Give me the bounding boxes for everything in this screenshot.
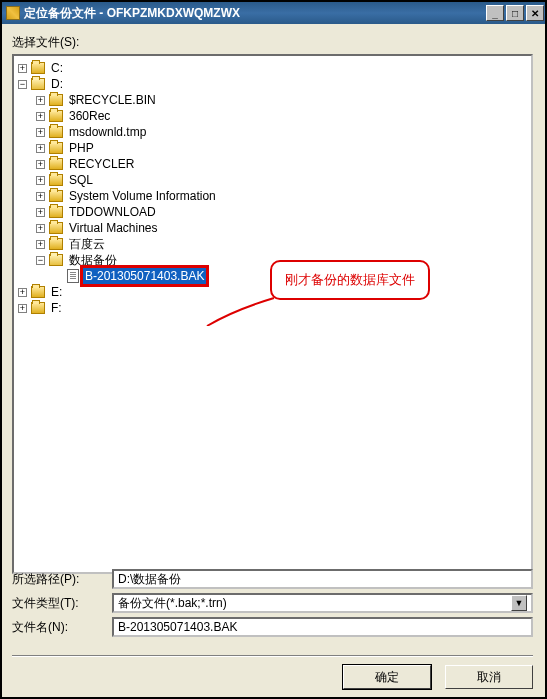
filename-label: 文件名(N):: [12, 619, 112, 636]
expand-icon[interactable]: +: [18, 304, 27, 313]
expand-icon[interactable]: +: [36, 176, 45, 185]
expand-icon[interactable]: +: [36, 144, 45, 153]
drive-label: F:: [49, 300, 64, 316]
folder-icon: [49, 142, 63, 154]
expand-icon[interactable]: +: [18, 64, 27, 73]
form-area: 所选路径(P): D:\数据备份 文件类型(T): 备份文件(*.bak;*.t…: [12, 565, 533, 655]
folder-label: 百度云: [67, 236, 107, 252]
folder-open-icon: [31, 78, 45, 90]
ok-button[interactable]: 确定: [343, 665, 431, 689]
folder-icon: [49, 126, 63, 138]
folder-sql[interactable]: +SQL: [36, 172, 529, 188]
minimize-button[interactable]: _: [486, 5, 504, 21]
collapse-icon[interactable]: −: [18, 80, 27, 89]
path-field[interactable]: D:\数据备份: [112, 569, 533, 589]
folder-icon: [49, 174, 63, 186]
file-icon: [67, 269, 79, 283]
folder-label: 360Rec: [67, 108, 112, 124]
ok-label: 确定: [375, 669, 399, 686]
folder-360rec[interactable]: +360Rec: [36, 108, 529, 124]
expand-icon[interactable]: +: [36, 224, 45, 233]
folder-icon: [49, 222, 63, 234]
folder-tddownload[interactable]: +TDDOWNLOAD: [36, 204, 529, 220]
drive-label: C:: [49, 60, 65, 76]
folder-icon: [31, 302, 45, 314]
folder-label: System Volume Information: [67, 188, 218, 204]
path-value: D:\数据备份: [118, 571, 181, 588]
window-buttons: _ □ ✕: [485, 4, 545, 22]
filetype-value: 备份文件(*.bak;*.trn): [118, 595, 227, 612]
folder-baiduyun[interactable]: +百度云: [36, 236, 529, 252]
folder-label: SQL: [67, 172, 95, 188]
button-bar: 确定 取消: [343, 665, 533, 689]
separator: [12, 655, 533, 657]
folder-icon: [49, 110, 63, 122]
content-area: 选择文件(S): + C: − D:: [2, 24, 545, 697]
folder-icon: [49, 206, 63, 218]
expand-icon[interactable]: +: [36, 128, 45, 137]
folder-label: $RECYCLE.BIN: [67, 92, 158, 108]
expand-icon[interactable]: +: [36, 208, 45, 217]
drive-label: D:: [49, 76, 65, 92]
folder-label: PHP: [67, 140, 96, 156]
path-label: 所选路径(P):: [12, 571, 112, 588]
expand-icon[interactable]: +: [36, 96, 45, 105]
chevron-down-icon[interactable]: ▼: [511, 595, 527, 611]
folder-icon: [49, 190, 63, 202]
folder-php[interactable]: +PHP: [36, 140, 529, 156]
folder-label: 数据备份: [67, 252, 119, 268]
close-button[interactable]: ✕: [526, 5, 544, 21]
collapse-icon[interactable]: −: [36, 256, 45, 265]
folder-recycler[interactable]: +RECYCLER: [36, 156, 529, 172]
filename-value: B-201305071403.BAK: [118, 620, 237, 634]
filetype-combo[interactable]: 备份文件(*.bak;*.trn) ▼: [112, 593, 533, 613]
file-label: B-201305071403.BAK: [83, 268, 206, 284]
folder-sysvol[interactable]: +System Volume Information: [36, 188, 529, 204]
spacer: [54, 272, 63, 281]
maximize-button[interactable]: □: [506, 5, 524, 21]
folder-label: Virtual Machines: [67, 220, 160, 236]
window-title: 定位备份文件 - OFKPZMKDXWQMZWX: [24, 5, 240, 22]
folder-recycle-bin[interactable]: +$RECYCLE.BIN: [36, 92, 529, 108]
folder-icon: [31, 62, 45, 74]
callout-text: 刚才备份的数据库文件: [285, 271, 415, 289]
filename-field[interactable]: B-201305071403.BAK: [112, 617, 533, 637]
folder-msdownld[interactable]: +msdownld.tmp: [36, 124, 529, 140]
expand-icon[interactable]: +: [36, 240, 45, 249]
folder-icon: [49, 238, 63, 250]
expand-icon[interactable]: +: [36, 160, 45, 169]
folder-icon: [49, 94, 63, 106]
drive-c[interactable]: + C:: [18, 60, 529, 76]
titlebar: 定位备份文件 - OFKPZMKDXWQMZWX _ □ ✕: [2, 2, 545, 24]
filetype-label: 文件类型(T):: [12, 595, 112, 612]
select-file-label: 选择文件(S):: [12, 34, 79, 51]
app-icon: [6, 6, 20, 20]
drive-d[interactable]: − D:: [18, 76, 529, 92]
cancel-label: 取消: [477, 669, 501, 686]
drive-f[interactable]: + F:: [18, 300, 529, 316]
folder-label: RECYCLER: [67, 156, 136, 172]
file-tree[interactable]: + C: − D: +$RECYCLE.BIN +360Rec +msdownl: [12, 54, 533, 574]
drive-label: E:: [49, 284, 64, 300]
expand-icon[interactable]: +: [18, 288, 27, 297]
folder-icon: [31, 286, 45, 298]
folder-label: msdownld.tmp: [67, 124, 148, 140]
folder-virtual-machines[interactable]: +Virtual Machines: [36, 220, 529, 236]
cancel-button[interactable]: 取消: [445, 665, 533, 689]
annotation-callout: 刚才备份的数据库文件: [270, 260, 430, 300]
expand-icon[interactable]: +: [36, 192, 45, 201]
expand-icon[interactable]: +: [36, 112, 45, 121]
folder-icon: [49, 158, 63, 170]
folder-label: TDDOWNLOAD: [67, 204, 158, 220]
folder-open-icon: [49, 254, 63, 266]
